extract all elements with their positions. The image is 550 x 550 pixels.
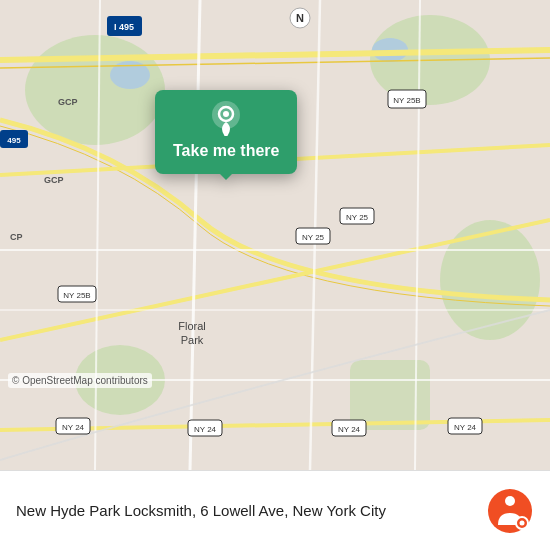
- address-text: New Hyde Park Locksmith, 6 Lowell Ave, N…: [16, 500, 386, 521]
- svg-point-39: [505, 496, 515, 506]
- map-svg: I 495 NY 25B NY 25 NY 25 NY 25B NY 24 NY…: [0, 0, 550, 470]
- svg-text:GCP: GCP: [44, 175, 64, 185]
- svg-text:Park: Park: [181, 334, 204, 346]
- svg-text:NY 25: NY 25: [302, 233, 325, 242]
- moovit-logo-icon: [486, 487, 534, 535]
- popup-label: Take me there: [173, 142, 279, 160]
- svg-text:NY 25: NY 25: [346, 213, 369, 222]
- svg-text:495: 495: [7, 136, 21, 145]
- osm-attribution: © OpenStreetMap contributors: [8, 373, 152, 388]
- svg-text:NY 24: NY 24: [62, 423, 85, 432]
- svg-point-3: [440, 220, 540, 340]
- svg-point-41: [520, 520, 525, 525]
- svg-text:GCP: GCP: [58, 97, 78, 107]
- info-bar: New Hyde Park Locksmith, 6 Lowell Ave, N…: [0, 470, 550, 550]
- svg-point-1: [25, 35, 165, 145]
- moovit-logo: [486, 487, 534, 535]
- svg-text:N: N: [296, 12, 304, 24]
- svg-text:NY 24: NY 24: [454, 423, 477, 432]
- svg-point-37: [223, 111, 229, 117]
- location-pin-icon: [208, 100, 244, 136]
- svg-text:Floral: Floral: [178, 320, 206, 332]
- svg-text:NY 25B: NY 25B: [63, 291, 90, 300]
- map-container: I 495 NY 25B NY 25 NY 25 NY 25B NY 24 NY…: [0, 0, 550, 470]
- svg-text:I 495: I 495: [114, 22, 134, 32]
- svg-text:NY 24: NY 24: [194, 425, 217, 434]
- svg-text:NY 24: NY 24: [338, 425, 361, 434]
- svg-text:CP: CP: [10, 232, 23, 242]
- svg-text:NY 25B: NY 25B: [393, 96, 420, 105]
- location-popup[interactable]: Take me there: [155, 90, 297, 174]
